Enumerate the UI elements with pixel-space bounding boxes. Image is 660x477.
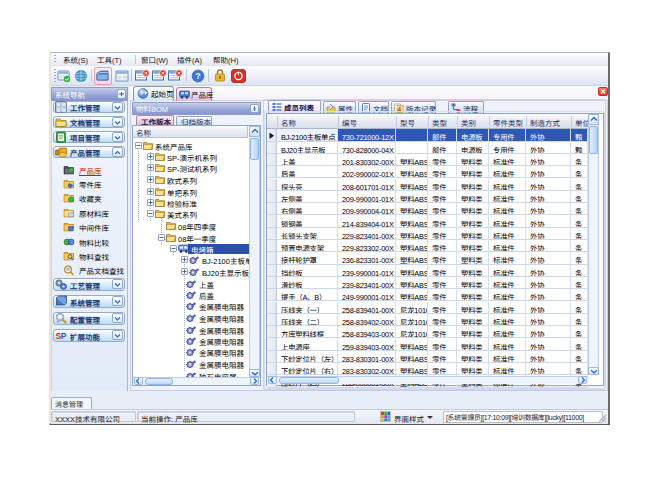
svg-text:?: ? [195,71,201,81]
svg-text:P: P [61,331,67,341]
